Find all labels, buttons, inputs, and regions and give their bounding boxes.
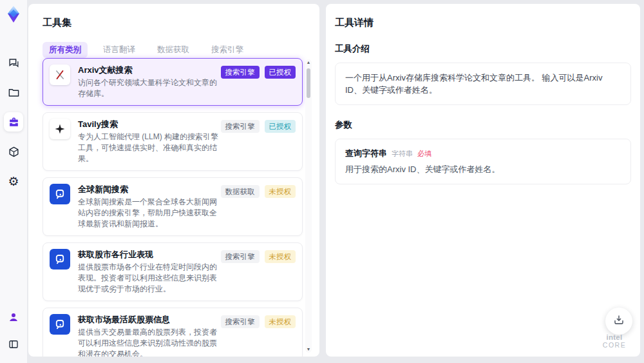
category-badge: 搜索引擎 [221,250,260,263]
intro-text: 一个用于从Arxiv存储库搜索科学论文和文章的工具。 输入可以是Arxiv ID… [345,72,621,96]
news-app-logo-icon [50,184,70,204]
param-required-badge: 必填 [417,149,431,159]
tool-description: 访问各个研究领域大量科学论文和文章的存储库。 [78,77,221,99]
params-heading: 参数 [335,119,640,131]
scrollbar-thumb[interactable] [307,68,310,98]
tool-name: Arxiv文献搜索 [78,64,221,76]
scroll-up-icon[interactable]: ▲ [305,59,312,66]
tool-description: 提供股票市场各个行业在特定时间段内的表现。投资者可以利用这些信息来识别表现优于或… [78,262,221,295]
tool-name: 全球新闻搜索 [78,184,221,195]
param-description: 用于搜索的Arxiv ID、关键字或作者姓名。 [345,164,621,175]
app-logo-icon [3,4,24,25]
tool-card-global-news[interactable]: 全球新闻搜索 全球新闻搜索是一个聚合全球各大新闻网站内容的搜索引擎，帮助用户快速… [43,177,303,236]
arxiv-logo-icon [50,64,70,85]
toolset-panel: 工具集 所有类别 语言翻译 数据获取 搜索引擎 Arxiv文献搜索 访问各个研究… [28,4,319,357]
sidebar-item-files[interactable] [4,83,23,102]
download-icon [613,314,625,328]
user-avatar[interactable] [4,308,23,327]
status-badge: 未授权 [265,315,296,328]
download-button[interactable] [605,308,632,335]
stock-app-logo-icon [50,314,70,335]
status-badge: 未授权 [265,185,296,198]
sidebar-item-chat[interactable] [4,53,23,72]
category-tabs: 所有类别 语言翻译 数据获取 搜索引擎 [43,42,319,58]
intro-heading: 工具介绍 [335,43,640,55]
intel-wordmark: intel [606,333,622,341]
sidebar-item-models[interactable] [4,142,23,161]
list-scrollbar[interactable]: ▲ ▼ [305,59,312,353]
app-sidebar: ⚙ [0,0,27,363]
tab-language-translation[interactable]: 语言翻译 [97,42,142,58]
tool-details-panel: 工具详情 工具介绍 一个用于从Arxiv存储库搜索科学论文和文章的工具。 输入可… [326,4,640,357]
status-badge: 已授权 [265,120,296,133]
tool-card-sector-performance[interactable]: 获取股市各行业表现 提供股票市场各个行业在特定时间段内的表现。投资者可以利用这些… [43,242,303,301]
tool-card-tavily[interactable]: Tavily搜索 专为人工智能代理 (LLM) 构建的搜索引擎工具，可快速提供实… [43,112,303,171]
tool-description: 全球新闻搜索是一个聚合全球各大新闻网站内容的搜索引擎，帮助用户快速获取全球最新资… [78,197,221,230]
param-box: 查询字符串 字符串 必填 用于搜索的Arxiv ID、关键字或作者姓名。 [335,139,631,184]
core-wordmark: CORE [603,341,626,349]
tool-name: Tavily搜索 [78,119,221,130]
category-badge: 搜索引擎 [221,66,260,79]
stock-app-logo-icon [50,249,70,270]
tool-name: 获取市场最活跃股票信息 [78,314,221,326]
sidebar-item-toolbox[interactable] [4,112,23,132]
tool-list: Arxiv文献搜索 访问各个研究领域大量科学论文和文章的存储库。 搜索引擎 已授… [43,58,303,357]
scrollbar-track[interactable] [305,59,312,353]
folder-icon [8,86,20,99]
sidebar-item-settings[interactable]: ⚙ [4,172,23,191]
param-name: 查询字符串 [345,148,387,159]
chat-icon [8,57,20,69]
intel-core-logo: intel CORE [595,333,634,349]
cube-icon [8,146,20,158]
category-badge: 数据获取 [221,185,260,198]
tool-name: 获取股市各行业表现 [78,249,221,260]
scroll-down-icon[interactable]: ▼ [305,346,312,353]
toolbox-icon [8,116,20,128]
param-type: 字符串 [392,149,413,159]
tool-description: 提供当天交易量最高的股票列表，投资者可以利用这些信息来识别流动性强的股票和潜在的… [78,327,221,357]
collapse-panel-icon[interactable] [4,335,23,354]
status-badge: 未授权 [265,250,296,263]
tab-data-acquisition[interactable]: 数据获取 [151,42,196,58]
gear-icon: ⚙ [8,175,19,188]
intro-box: 一个用于从Arxiv存储库搜索科学论文和文章的工具。 输入可以是Arxiv ID… [335,63,631,105]
tool-card-active-stocks[interactable]: 获取市场最活跃股票信息 提供当天交易量最高的股票列表，投资者可以利用这些信息来识… [43,308,303,357]
category-badge: 搜索引擎 [221,120,260,133]
category-badge: 搜索引擎 [221,315,260,328]
page-title: 工具集 [43,17,319,29]
tavily-logo-icon [50,119,70,139]
details-title: 工具详情 [335,17,640,29]
status-badge: 已授权 [265,66,296,79]
tab-all-categories[interactable]: 所有类别 [43,42,88,58]
tool-card-arxiv[interactable]: Arxiv文献搜索 访问各个研究领域大量科学论文和文章的存储库。 搜索引擎 已授… [43,58,303,106]
tool-description: 专为人工智能代理 (LLM) 构建的搜索引擎工具，可快速提供实时、准确和真实的结… [78,132,221,164]
tab-search-engine[interactable]: 搜索引擎 [205,42,250,58]
